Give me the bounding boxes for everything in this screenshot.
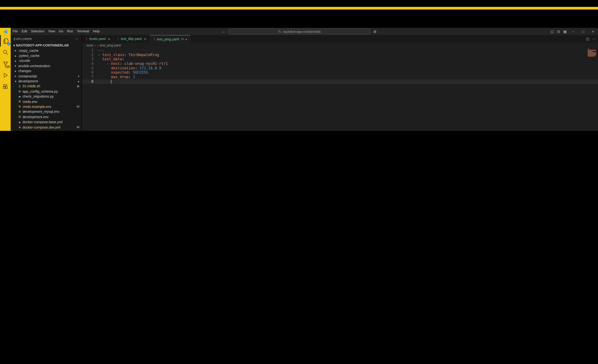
line-number: 5	[82, 66, 93, 70]
tree-file[interactable]: ⚙creds.example.envM	[11, 104, 82, 109]
activity-bar: 1 126 ⚙	[0, 35, 11, 131]
code-line: 6 expected: SUCCESS	[82, 70, 598, 75]
menu-terminal[interactable]: Terminal	[75, 28, 91, 35]
tree-item-label: .pytest_cache	[18, 54, 40, 58]
code-line: 8	[82, 79, 598, 84]
code-line: 2- test_class: TestNapalmPing	[82, 52, 598, 57]
tree-file[interactable]: ◆app_config_schema.py	[11, 89, 82, 94]
tree-item-label: docker-compose.mysql.yml	[23, 130, 64, 131]
toggle-sidebar-icon[interactable]: ◫	[549, 30, 555, 33]
chevron-right-icon: ▸	[14, 74, 17, 78]
menu-run[interactable]: Run	[65, 28, 75, 35]
command-center-text: nautobot-app-containerlab	[283, 30, 321, 33]
tree-file[interactable]: ⚙creds.env	[11, 99, 82, 104]
minimize-button[interactable]: –	[568, 28, 578, 35]
git-status-badge: M	[77, 84, 79, 88]
tab-hosts.yaml[interactable]: !hosts.yamlU	[82, 35, 114, 43]
activity-extensions[interactable]	[0, 81, 11, 92]
activity-search[interactable]	[0, 46, 11, 58]
breadcrumb-separator: ›	[95, 43, 96, 47]
breadcrumb[interactable]: tests › ! test_ping.yaml	[82, 43, 598, 48]
env-gear-icon: ⚙	[17, 110, 22, 114]
tree-item-label: development	[18, 79, 38, 83]
tree-folder[interactable]: ▸changes	[11, 68, 82, 74]
vscode-logo	[0, 28, 11, 35]
explorer-sidebar: EXPLORER ⋯ ▾ NAUTOBOT-APP-CONTAINERLAB ▸…	[11, 35, 82, 131]
chevron-down-icon: ▾	[14, 80, 17, 83]
tab-label: hosts.yaml	[89, 37, 106, 41]
line-number: 6	[82, 70, 93, 75]
tree-file[interactable]: $01-initdb.shM	[11, 84, 82, 89]
tree-file[interactable]: ⚙development.env	[11, 115, 82, 119]
tree-folder[interactable]: ▸.mypy_cache	[11, 48, 82, 53]
explorer-title: EXPLORER	[14, 37, 32, 41]
docker-icon: ◈	[17, 131, 22, 131]
maximize-button[interactable]: □	[578, 28, 588, 35]
python-icon: ◆	[17, 90, 22, 93]
text-cursor	[111, 80, 111, 83]
tree-item-label: docker-compose.dev.yml	[23, 125, 60, 129]
tree-folder[interactable]: ▸.pytest_cache	[11, 53, 82, 58]
menu-view[interactable]: View	[46, 28, 57, 35]
menu-help[interactable]: Help	[91, 28, 101, 35]
tree-item-label: docker-compose.base.yml	[23, 120, 63, 124]
command-center[interactable]: nautobot-app-containerlab	[229, 29, 370, 34]
new-window-icon[interactable]: ⊞	[374, 30, 376, 33]
back-arrow-icon[interactable]: ←	[222, 29, 225, 33]
activity-run-debug[interactable]	[0, 69, 11, 81]
git-status-badge: U	[181, 37, 183, 41]
tab-test_lldp.yaml[interactable]: !test_lldp.yamlU	[114, 35, 150, 43]
chevron-right-icon: ▸	[14, 64, 17, 67]
tree-file[interactable]: ◈docker-compose.mysql.yml	[11, 130, 82, 131]
customize-layout-icon[interactable]: ▦	[562, 30, 568, 33]
code-line: 5 destination: 172.18.0.9	[82, 66, 598, 70]
vscode-window: FileEditSelectionViewGoRunTerminalHelp ←…	[0, 28, 598, 131]
code-line: 4 - host: clab-onug-nyc01-rtr1	[82, 61, 598, 66]
menu-go[interactable]: Go	[57, 28, 65, 35]
yaml-icon: !	[153, 37, 156, 41]
line-number: 3	[82, 57, 93, 62]
code-editor[interactable]: 1---2- test_class: TestNapalmPing3 test_…	[82, 48, 598, 131]
activity-explorer[interactable]: 1	[0, 35, 11, 46]
tree-item-label: 01-initdb.sh	[23, 84, 40, 88]
yaml-icon: !	[85, 37, 88, 41]
menu-bar: FileEditSelectionViewGoRunTerminalHelp	[11, 28, 102, 35]
desktop-accent-strip	[0, 7, 598, 9]
tree-folder[interactable]: ▸ansible-orchestration	[11, 63, 82, 68]
modified-dot-icon: ●	[78, 75, 79, 77]
tree-folder[interactable]: ▸containerlab●	[11, 74, 82, 79]
shell-icon: $	[17, 84, 22, 88]
dirty-dot-icon[interactable]: ●	[185, 38, 187, 40]
tree-file[interactable]: ◈docker-compose.dev.ymlM	[11, 124, 82, 130]
tree-file[interactable]: ⚙development_mysql.env	[11, 109, 82, 115]
tree-file[interactable]: ◆check_migrations.py	[11, 94, 82, 99]
toggle-panel-icon[interactable]: ⊟	[555, 30, 562, 33]
tree-item-label: creds.env	[23, 100, 37, 104]
menu-edit[interactable]: Edit	[20, 28, 29, 35]
editor-group: !hosts.yamlU!test_lldp.yamlU!test_ping.y…	[82, 35, 598, 131]
menu-file[interactable]: File	[11, 28, 20, 35]
tree-item-label: development_mysql.env	[23, 110, 59, 114]
explorer-more-actions-icon[interactable]: ⋯	[75, 37, 79, 41]
tab-test_ping.yaml[interactable]: !test_ping.yamlU●	[150, 35, 190, 43]
activity-source-control[interactable]: 126	[0, 58, 11, 69]
tree-item-label: containerlab	[18, 74, 37, 78]
yaml-icon: !	[117, 37, 120, 41]
git-status-badge: M	[77, 105, 79, 108]
tab-label: test_ping.yaml	[157, 37, 179, 41]
tree-item-label: changes	[18, 69, 31, 73]
tree-item-label: .vscode	[18, 59, 30, 63]
git-status-badge: U	[108, 37, 110, 41]
tree-folder[interactable]: ▾development●	[11, 79, 82, 84]
line-number: 2	[82, 52, 93, 57]
tree-folder[interactable]: ▸.vscode	[11, 58, 82, 63]
split-editor-icon[interactable]: ◫	[586, 37, 589, 41]
editor-more-actions-icon[interactable]: ⋯	[592, 37, 596, 41]
desktop: FileEditSelectionViewGoRunTerminalHelp ←…	[0, 0, 598, 131]
minimap[interactable]	[588, 49, 597, 58]
close-button[interactable]: ×	[588, 28, 598, 35]
tree-file[interactable]: ◈docker-compose.base.yml	[11, 119, 82, 124]
menu-selection[interactable]: Selection	[29, 28, 46, 35]
explorer-root-folder[interactable]: ▾ NAUTOBOT-APP-CONTAINERLAB	[11, 43, 82, 48]
line-number: 4	[82, 61, 93, 66]
